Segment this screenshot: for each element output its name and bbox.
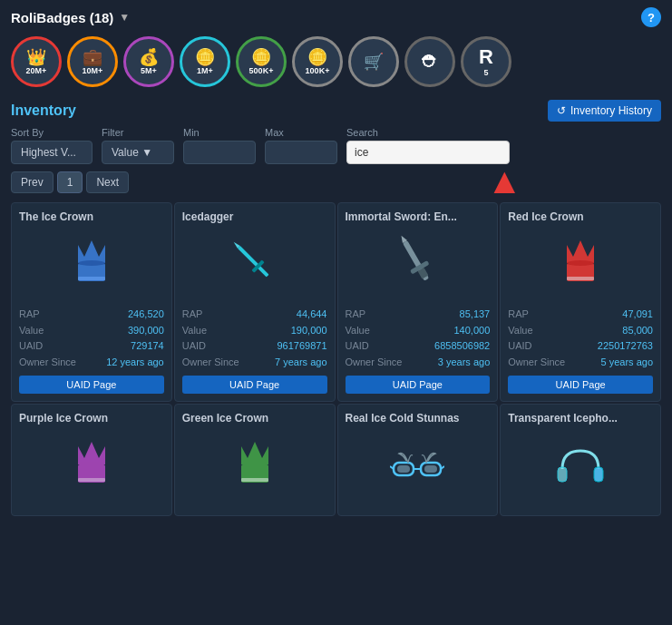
item-name-3: Red Ice Crown <box>508 210 653 223</box>
next-button[interactable]: Next <box>86 171 129 193</box>
controls-row: Sort By Highest V... Filter Value ▼ Min … <box>0 127 672 171</box>
app-title[interactable]: RoliBadges (18) ▼ <box>11 10 130 25</box>
rap-label-2: RAP <box>346 307 366 323</box>
page-1-button[interactable]: 1 <box>57 171 83 193</box>
uaid-value-0: 729174 <box>131 338 164 355</box>
badge-cart[interactable]: 🛒 <box>348 36 399 87</box>
owner-since-value-2: 3 years ago <box>438 355 490 371</box>
item-stats-2: RAP 85,137 Value 140,000 UAID 6858506982… <box>346 307 491 370</box>
item-card-2[interactable]: Immortal Sword: En... RAP 85,137 Value 1… <box>337 202 499 402</box>
min-input[interactable] <box>183 141 256 164</box>
badge-5m[interactable]: 💰 5M+ <box>123 36 174 87</box>
badge-20m[interactable]: 👑 20M+ <box>11 36 62 87</box>
uaid-value-1: 961769871 <box>277 338 326 355</box>
value-label-3: Value <box>508 323 532 339</box>
uaid-page-button-2[interactable]: UAID Page <box>346 376 491 394</box>
value-value-0: 390,000 <box>128 323 164 339</box>
value-value-2: 140,000 <box>453 323 490 339</box>
svg-marker-1 <box>78 240 105 263</box>
sort-by-group: Sort By Highest V... <box>11 127 93 164</box>
svg-rect-20 <box>241 478 268 482</box>
dagger-cyan-icon <box>228 231 282 295</box>
rap-value-3: 47,091 <box>622 307 653 323</box>
svg-marker-16 <box>78 442 105 464</box>
badge-10m[interactable]: 💼 10M+ <box>67 36 118 87</box>
item-card-3[interactable]: Red Ice Crown RAP 47,091 Value 85,000 <box>500 202 661 402</box>
item-card-6[interactable]: Real Ice Cold Stunnas <box>337 404 499 516</box>
owner-since-label-0: Owner Since <box>19 355 76 371</box>
help-button[interactable]: ? <box>641 7 661 27</box>
uaid-page-button-1[interactable]: UAID Page <box>182 376 327 394</box>
prev-button[interactable]: Prev <box>11 171 54 193</box>
min-label: Min <box>183 127 256 138</box>
rap-value-2: 85,137 <box>460 307 491 323</box>
item-card-0[interactable]: The Ice Crown RAP 246,520 Value 390,00 <box>11 202 172 402</box>
owner-since-value-1: 7 years ago <box>275 355 326 371</box>
item-image-0 <box>19 227 164 299</box>
svg-rect-2 <box>78 277 105 280</box>
badge-helmet[interactable]: ⛑ <box>404 36 455 87</box>
badge-100k-label: 100K+ <box>306 66 330 75</box>
filter-label: Filter <box>102 127 174 138</box>
uaid-page-button-0[interactable]: UAID Page <box>19 376 164 394</box>
owner-since-label-1: Owner Since <box>182 355 239 371</box>
title-dropdown-arrow[interactable]: ▼ <box>119 11 130 24</box>
inventory-title: Inventory <box>11 103 76 119</box>
item-name-1: Icedagger <box>182 210 327 223</box>
crown-red-icon <box>553 231 608 295</box>
item-name-4: Purple Ice Crown <box>19 412 164 425</box>
filter-value: Value <box>112 146 139 159</box>
history-btn-label: Inventory History <box>570 104 652 117</box>
svg-rect-28 <box>558 467 567 482</box>
search-input[interactable] <box>346 141 510 164</box>
uaid-label-0: UAID <box>19 338 43 355</box>
filter-button[interactable]: Value ▼ <box>102 141 174 164</box>
uaid-label-2: UAID <box>346 338 369 355</box>
badge-1m[interactable]: 🪙 1M+ <box>180 36 230 87</box>
title-text: RoliBadges (18) <box>11 10 113 25</box>
item-image-7 <box>508 428 653 501</box>
headphones-cyan-icon <box>553 433 608 496</box>
uaid-page-button-3[interactable]: UAID Page <box>508 376 653 394</box>
rap-label-1: RAP <box>182 307 203 323</box>
svg-rect-13 <box>567 277 594 280</box>
badge-500k[interactable]: 🪙 500K+ <box>236 36 287 87</box>
badge-500k-label: 500K+ <box>249 66 274 75</box>
item-name-2: Immortal Sword: En... <box>346 210 491 223</box>
badge-20m-label: 20M+ <box>26 66 47 75</box>
coin-icon: 💰 <box>139 49 159 65</box>
uaid-value-3: 2250172763 <box>598 338 653 355</box>
max-group: Max <box>265 127 337 164</box>
app-header: RoliBadges (18) ▼ ? <box>0 0 672 33</box>
badge-5m-label: 5M+ <box>141 66 157 75</box>
roblox-icon: R <box>479 47 493 67</box>
item-card-7[interactable]: Transparent Icepho... <box>500 404 661 516</box>
svg-marker-19 <box>241 442 268 464</box>
search-group: Search <box>346 127 510 164</box>
uaid-label-1: UAID <box>182 338 206 355</box>
crown-green-icon <box>228 433 282 496</box>
inventory-history-button[interactable]: ↺ Inventory History <box>548 100 661 122</box>
item-card-1[interactable]: Icedagger RAP 44,644 Value 190,000 UAID <box>174 202 336 402</box>
item-image-2 <box>346 227 491 299</box>
items-grid: The Ice Crown RAP 246,520 Value 390,00 <box>0 202 672 516</box>
item-card-4[interactable]: Purple Ice Crown <box>11 404 172 516</box>
svg-point-14 <box>567 260 594 266</box>
crown-blue-icon <box>64 231 119 295</box>
stack2-icon: 🪙 <box>307 49 327 65</box>
item-image-3 <box>508 227 653 299</box>
value-label-2: Value <box>346 323 370 339</box>
max-input[interactable] <box>265 141 337 164</box>
svg-point-3 <box>78 260 105 266</box>
value-label-1: Value <box>182 323 207 339</box>
history-icon: ↺ <box>557 104 566 117</box>
item-image-6 <box>346 428 491 501</box>
svg-rect-27 <box>424 465 437 473</box>
badge-roblox[interactable]: R 5 <box>461 36 511 87</box>
svg-rect-29 <box>594 467 603 482</box>
min-group: Min <box>183 127 256 164</box>
badge-1m-label: 1M+ <box>197 66 213 75</box>
sort-by-button[interactable]: Highest V... <box>11 141 93 164</box>
badge-100k[interactable]: 🪙 100K+ <box>292 36 343 87</box>
item-card-5[interactable]: Green Ice Crown <box>174 404 336 516</box>
